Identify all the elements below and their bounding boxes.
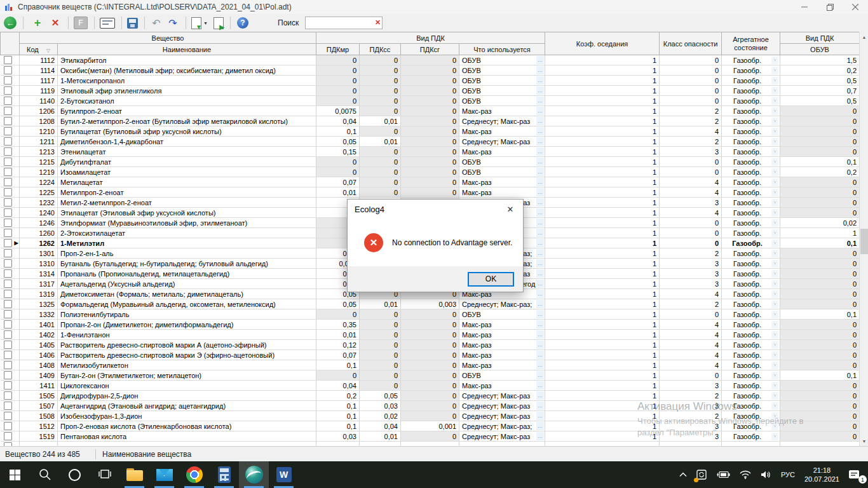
row-select-cell[interactable] bbox=[1, 218, 20, 228]
pdkss-cell[interactable]: 0 bbox=[360, 340, 401, 350]
hazard-class-cell[interactable]: 2 bbox=[660, 248, 722, 259]
obuv-cell[interactable]: 0,2 bbox=[780, 65, 859, 76]
koef-cell[interactable]: 1 bbox=[545, 86, 660, 96]
state-cell[interactable]: Газообр.˅ bbox=[722, 370, 780, 381]
table-row[interactable]: 1225Метилпроп-2-еноат0,0100Макс-раз...14… bbox=[1, 187, 860, 198]
name-cell[interactable]: Диметоксиметан (Формаль; метилаль; димет… bbox=[58, 289, 316, 299]
usage-cell[interactable]: Макс-раз... bbox=[459, 177, 545, 187]
koef-cell[interactable]: 1 bbox=[545, 177, 660, 187]
koef-cell[interactable]: 1 bbox=[545, 157, 660, 167]
pdkmr-cell[interactable]: 0 bbox=[316, 167, 360, 177]
row-checkbox[interactable] bbox=[4, 371, 12, 379]
koef-cell[interactable]: 1 bbox=[545, 289, 660, 299]
name-cell[interactable]: 1-Фенилэтанон bbox=[58, 330, 316, 340]
table-row[interactable]: 1210Бутилацетат (Бутиловый эфир уксусной… bbox=[1, 126, 860, 137]
hazard-class-cell[interactable]: 0 bbox=[660, 309, 722, 320]
chevron-down-icon[interactable]: ˅ bbox=[771, 67, 778, 74]
row-select-cell[interactable] bbox=[1, 401, 20, 411]
obuv-cell[interactable]: 0 bbox=[780, 350, 859, 360]
code-cell[interactable]: 1210 bbox=[20, 126, 58, 137]
obuv-cell[interactable]: 0 bbox=[780, 421, 859, 431]
row-checkbox[interactable] bbox=[4, 351, 12, 359]
row-select-cell[interactable] bbox=[1, 431, 20, 442]
koef-cell[interactable]: 1 bbox=[545, 340, 660, 350]
battery-button[interactable] bbox=[712, 461, 735, 488]
table-row[interactable]: 1405Растворитель древесно-спиртовой марк… bbox=[1, 340, 860, 350]
state-cell[interactable]: Газообр.˅ bbox=[722, 309, 780, 320]
code-cell[interactable]: 1512 bbox=[20, 421, 58, 431]
vertical-scrollbar[interactable]: ▲ ▼ bbox=[859, 32, 868, 446]
obuv-cell[interactable]: 0 bbox=[780, 126, 859, 137]
koef-cell[interactable]: 1 bbox=[545, 248, 660, 259]
column-header-hazard-class[interactable]: Класс опасности bbox=[660, 32, 722, 55]
row-select-cell[interactable] bbox=[1, 330, 20, 340]
code-cell[interactable]: 1224 bbox=[20, 177, 58, 187]
state-cell[interactable]: Газообр.˅ bbox=[722, 421, 780, 431]
row-checkbox[interactable] bbox=[4, 422, 12, 430]
state-cell[interactable]: Газообр.˅ bbox=[722, 381, 780, 391]
state-cell[interactable]: Газообр.˅ bbox=[722, 147, 780, 157]
pdkss-cell[interactable]: 0,01 bbox=[360, 299, 401, 309]
row-select-cell[interactable] bbox=[1, 76, 20, 86]
export-button[interactable]: ▼ bbox=[191, 17, 201, 29]
ellipsis-button[interactable]: ... bbox=[536, 158, 544, 166]
ellipsis-button[interactable]: ... bbox=[536, 310, 544, 318]
state-cell[interactable]: Газообр.˅ bbox=[722, 411, 780, 421]
code-cell[interactable]: 1405 bbox=[20, 340, 58, 350]
state-cell[interactable]: Газообр.˅ bbox=[722, 177, 780, 187]
save-button[interactable] bbox=[127, 18, 138, 29]
pdksg-cell[interactable]: 0,003 bbox=[401, 299, 459, 309]
name-cell[interactable]: Ацетангидрид (Этановый ангидрид; ацетанг… bbox=[58, 401, 316, 411]
chevron-down-icon[interactable]: ˅ bbox=[771, 179, 778, 186]
hazard-class-cell[interactable]: 0 bbox=[660, 167, 722, 177]
chevron-down-icon[interactable]: ˅ bbox=[771, 331, 778, 339]
name-cell[interactable]: Бутан-2-он (Этилметилкетон; метилацетон) bbox=[58, 370, 316, 381]
state-cell[interactable]: Газообр.˅ bbox=[722, 279, 780, 289]
obuv-cell[interactable]: 0 bbox=[780, 208, 859, 218]
table-row[interactable]: 1512Проп-2-еновая кислота (Этиленкарбоно… bbox=[1, 421, 860, 431]
usage-cell[interactable]: Макс-раз... bbox=[459, 106, 545, 116]
ellipsis-button[interactable]: ... bbox=[536, 127, 544, 135]
pdkss-cell[interactable]: 0,01 bbox=[360, 431, 401, 442]
hazard-class-cell[interactable]: 4 bbox=[660, 289, 722, 299]
search-button[interactable] bbox=[30, 461, 60, 488]
hazard-class-cell[interactable]: 0 bbox=[660, 55, 722, 65]
usage-cell[interactable]: ОБУВ... bbox=[459, 86, 545, 96]
name-cell[interactable]: Диметилбензол-1,4-дикарбонат bbox=[58, 137, 316, 147]
pdksg-cell[interactable]: 0 bbox=[401, 126, 459, 137]
code-cell[interactable]: 1240 bbox=[20, 208, 58, 218]
obuv-cell[interactable]: 0,1 bbox=[780, 157, 859, 167]
column-header-state[interactable]: Агрегатное состояние bbox=[722, 32, 780, 55]
chevron-down-icon[interactable]: ˅ bbox=[771, 362, 778, 369]
row-select-cell[interactable] bbox=[1, 96, 20, 106]
obuv-cell[interactable]: 0 bbox=[780, 391, 859, 401]
code-cell[interactable]: 1325 bbox=[20, 299, 58, 309]
scroll-up-icon[interactable]: ▲ bbox=[860, 32, 868, 42]
undo-button[interactable]: ↶ bbox=[150, 17, 163, 29]
row-select-cell[interactable] bbox=[1, 106, 20, 116]
back-button[interactable]: ← bbox=[4, 17, 17, 29]
name-cell[interactable]: Метил-2-метилпроп-2-еноат bbox=[58, 198, 316, 208]
mail-button[interactable] bbox=[149, 461, 179, 488]
pdksg-cell[interactable]: 0 bbox=[401, 65, 459, 76]
pdkmr-cell[interactable]: 0,0075 bbox=[316, 106, 360, 116]
obuv-cell[interactable]: 0 bbox=[780, 431, 859, 442]
koef-cell[interactable]: 1 bbox=[545, 187, 660, 198]
name-cell[interactable]: Метилпроп-2-еноат bbox=[58, 187, 316, 198]
formula-button[interactable]: F bbox=[74, 17, 88, 29]
table-row[interactable]: 14021-Фенилэтанон0,0100Макс-раз...14Газо… bbox=[1, 330, 860, 340]
close-icon[interactable] bbox=[843, 0, 868, 14]
row-checkbox[interactable] bbox=[4, 117, 12, 125]
obuv-cell[interactable]: 1,5 bbox=[780, 55, 859, 65]
tray-expand-button[interactable] bbox=[675, 461, 691, 488]
code-cell[interactable]: 1215 bbox=[20, 157, 58, 167]
volume-button[interactable] bbox=[756, 461, 776, 488]
state-cell[interactable]: Газообр.˅ bbox=[722, 86, 780, 96]
row-select-cell[interactable] bbox=[1, 381, 20, 391]
pdkss-cell[interactable]: 0 bbox=[360, 157, 401, 167]
hazard-class-cell[interactable]: 3 bbox=[660, 259, 722, 269]
koef-cell[interactable]: 1 bbox=[545, 238, 660, 248]
state-cell[interactable]: Газообр.˅ bbox=[722, 299, 780, 309]
column-header-pdksg[interactable]: ПДКсг bbox=[401, 44, 459, 55]
chevron-down-icon[interactable]: ˅ bbox=[771, 199, 778, 207]
